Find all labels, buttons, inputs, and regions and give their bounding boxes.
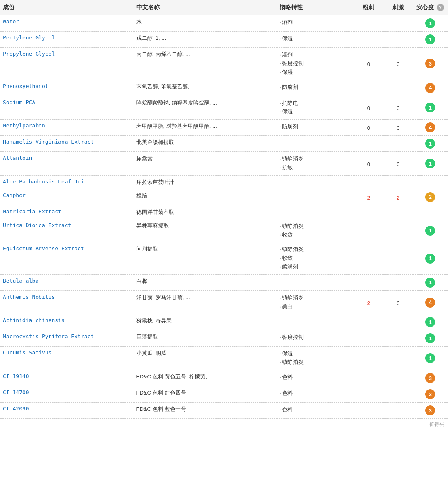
header-acne: 粉刺 <box>354 0 383 15</box>
ingredient-link[interactable]: CI 19140 <box>3 373 29 379</box>
ingredient-link[interactable]: Allantoin <box>3 155 32 161</box>
acne-score-cell <box>354 32 383 48</box>
ingredient-name-cell: Matricaria Extract <box>0 205 134 219</box>
ingredient-name-cell: Macrocystis Pyrifera Extract <box>0 330 134 347</box>
chinese-name-cell: FD&C 色料 红色四号 <box>134 386 277 403</box>
chinese-name-cell: 戊二醇, 1, ... <box>134 32 277 48</box>
safety-cell: 1 <box>413 330 448 347</box>
ingredient-link[interactable]: Methylparaben <box>3 122 45 129</box>
acne-score-cell <box>354 314 383 330</box>
safety-badge[interactable]: 1 <box>425 103 435 112</box>
table-row: Propylene Glycol丙二醇, 丙烯乙二醇, ...溶剂黏度控制保湿0… <box>0 48 448 80</box>
ingredient-link[interactable]: Hamamelis Virginiana Extract <box>3 139 94 145</box>
chinese-name-cell: FD&C 色料 蓝色一号 <box>134 403 277 419</box>
properties-cell <box>277 274 354 290</box>
table-row: Hamamelis Virginiana Extract北美金缕梅提取1 <box>0 136 448 152</box>
irritant-score-cell <box>383 32 413 48</box>
ingredient-name-cell: Water <box>0 15 134 32</box>
ingredient-link[interactable]: Urtica Dioica Extract <box>3 222 71 228</box>
safety-cell: 4 <box>413 290 448 314</box>
acne-score-cell <box>354 219 383 242</box>
properties-cell: 黏度控制 <box>277 330 354 347</box>
ingredient-link[interactable]: Actinidia chinensis <box>3 317 65 323</box>
ingredient-link[interactable]: Equisetum Arvense Extract <box>3 245 84 251</box>
irritant-score-cell <box>383 347 413 370</box>
acne-score-cell <box>354 386 383 403</box>
safety-cell: 3 <box>413 370 448 386</box>
ingredient-link[interactable]: Phenoxyethanol <box>3 83 49 89</box>
irritant-score-cell <box>383 386 413 403</box>
ingredient-name-cell: Betula alba <box>0 274 134 290</box>
safety-badge[interactable]: 1 <box>425 353 435 363</box>
safety-badge[interactable]: 1 <box>425 333 435 343</box>
ingredient-link[interactable]: Sodium PCA <box>3 99 35 105</box>
table-row: Cucumis Sativus小黄瓜, 胡瓜保湿镇静消炎1 <box>0 347 448 370</box>
property-item: 保湿 <box>280 107 351 116</box>
properties-cell <box>277 314 354 330</box>
safety-badge[interactable]: 1 <box>425 159 435 168</box>
chinese-name-cell: 白桦 <box>134 274 277 290</box>
safety-badge[interactable]: 3 <box>425 389 435 399</box>
safety-badge[interactable]: 4 <box>425 298 435 308</box>
table-row: Camphor樟脑222 <box>0 189 448 205</box>
ingredient-name-cell: Phenoxyethanol <box>0 80 134 96</box>
ingredient-link[interactable]: Propylene Glycol <box>3 51 55 57</box>
irritant-score-cell: 2 <box>383 189 413 205</box>
ingredient-link[interactable]: Aloe Barbadensis Leaf Juice <box>3 178 90 185</box>
safety-badge[interactable]: 4 <box>425 122 435 132</box>
table-row: Macrocystis Pyrifera Extract巨藻提取黏度控制1 <box>0 330 448 347</box>
properties-cell: 色料 <box>277 386 354 403</box>
safety-badge[interactable]: 2 <box>425 192 435 202</box>
safety-cell: 2 <box>413 189 448 205</box>
ingredient-name-cell: Methylparaben <box>0 120 134 136</box>
safety-badge[interactable]: 3 <box>425 59 435 68</box>
safety-cell: 3 <box>413 403 448 419</box>
ingredient-link[interactable]: Camphor <box>3 192 26 198</box>
safety-badge[interactable]: 1 <box>425 317 435 327</box>
irritant-score-cell <box>383 205 413 219</box>
safety-badge[interactable]: 3 <box>425 405 435 415</box>
property-item: 镇静消炎 <box>280 245 351 254</box>
table-row: Allantoin尿囊素镇静消炎抗敏001 <box>0 152 448 176</box>
safety-badge[interactable]: 1 <box>425 278 435 288</box>
ingredient-link[interactable]: CI 42090 <box>3 405 29 412</box>
safety-cell: 4 <box>413 120 448 136</box>
chinese-name-cell: 水 <box>134 15 277 32</box>
table-row: Pentylene Glycol戊二醇, 1, ...保湿1 <box>0 32 448 48</box>
properties-cell: 保湿 <box>277 32 354 48</box>
table-row: Matricaria Extract德国洋甘菊萃取 <box>0 205 448 219</box>
properties-cell: 镇静消炎美白 <box>277 290 354 314</box>
ingredient-link[interactable]: CI 14700 <box>3 389 29 395</box>
ingredient-table: 成份 中文名称 概略特性 粉刺 刺激 安心度 ? Water水溶剂1Pentyl… <box>0 0 448 419</box>
table-row: Anthemis Nobilis洋甘菊, 罗马洋甘菊, ...镇静消炎美白204 <box>0 290 448 314</box>
ingredient-link[interactable]: Water <box>3 18 19 24</box>
safety-badge[interactable]: 1 <box>425 139 435 149</box>
ingredient-link[interactable]: Matricaria Extract <box>3 208 61 215</box>
safety-cell: 3 <box>413 48 448 80</box>
ingredient-link[interactable]: Pentylene Glycol <box>3 34 55 41</box>
acne-score-cell <box>354 347 383 370</box>
safety-badge[interactable]: 1 <box>425 254 435 264</box>
irritant-score-cell: 0 <box>383 48 413 80</box>
table-row: CI 14700FD&C 色料 红色四号色料3 <box>0 386 448 403</box>
ingredient-link[interactable]: Cucumis Sativus <box>3 349 51 356</box>
safety-badge[interactable]: 1 <box>425 226 435 236</box>
safety-badge[interactable]: 1 <box>425 34 435 44</box>
irritant-score: 0 <box>397 161 399 167</box>
table-row: Sodium PCA咯烷酮羧酸钠, 纳羟基皮咯烷酮, ...抗静电保湿001 <box>0 96 448 120</box>
ingredient-link[interactable]: Anthemis Nobilis <box>3 294 55 300</box>
help-icon[interactable]: ? <box>437 4 444 11</box>
header-safety: 安心度 ? <box>413 0 448 15</box>
table-row: Methylparaben苯甲酸甲脂, 对羟基苯甲酸甲酯, ...防腐剂004 <box>0 120 448 136</box>
acne-score-cell: 0 <box>354 96 383 120</box>
safety-badge[interactable]: 1 <box>425 18 435 28</box>
property-item: 黏度控制 <box>280 59 351 68</box>
ingredient-link[interactable]: Betula alba <box>3 278 39 284</box>
irritant-score-cell <box>383 80 413 96</box>
acne-score-cell <box>354 80 383 96</box>
ingredient-link[interactable]: Macrocystis Pyrifera Extract <box>3 333 94 339</box>
ingredient-name-cell: Cucumis Sativus <box>0 347 134 370</box>
safety-badge[interactable]: 3 <box>425 373 435 383</box>
safety-badge[interactable]: 4 <box>425 83 435 93</box>
header-ingredient: 成份 <box>0 0 134 15</box>
